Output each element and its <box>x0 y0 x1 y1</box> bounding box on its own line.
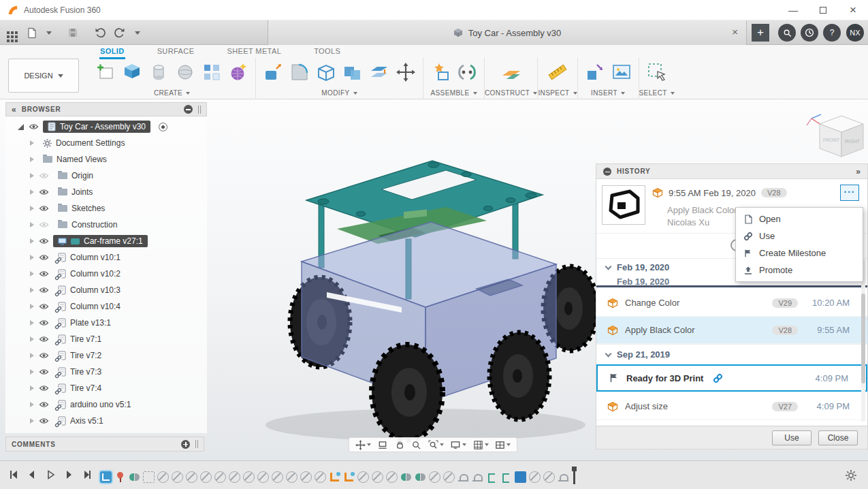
history-collapse-icon[interactable]: » <box>856 167 861 176</box>
timeline-feature-icon[interactable] <box>214 471 226 483</box>
visibility-eye-icon[interactable] <box>38 336 49 343</box>
browser-item[interactable]: Tire v7:2 <box>5 347 207 364</box>
visibility-eye-icon[interactable] <box>38 319 49 326</box>
joint-icon[interactable] <box>457 62 477 82</box>
create-sketch-icon[interactable] <box>95 62 116 82</box>
section-header-sep[interactable]: Sep 21, 2019 <box>596 344 867 364</box>
expand-arrow-icon[interactable] <box>30 222 34 227</box>
timeline-feature-icon[interactable] <box>114 471 126 483</box>
cylinder-icon[interactable] <box>148 62 169 82</box>
box-icon[interactable] <box>122 62 142 82</box>
menu-item-promote[interactable]: Promote <box>736 262 863 279</box>
version-row-highlighted[interactable]: Apply Black Color V28 9:55 AM <box>596 317 867 344</box>
activate-component-radio[interactable] <box>159 123 167 131</box>
expand-arrow-icon[interactable] <box>30 189 34 195</box>
3d-model-toy-car[interactable] <box>242 127 630 443</box>
visibility-eye-icon[interactable] <box>38 172 49 179</box>
browser-item[interactable]: Named Views <box>5 151 207 168</box>
visibility-eye-icon[interactable] <box>38 401 49 408</box>
expand-arrow-icon[interactable] <box>18 124 24 130</box>
menu-item-open[interactable]: Open <box>736 210 863 227</box>
press-pull-icon[interactable] <box>263 62 283 82</box>
timeline-feature-icon[interactable] <box>329 471 340 483</box>
browser-item[interactable]: Origin <box>5 168 207 184</box>
expand-arrow-icon[interactable] <box>30 402 34 407</box>
timeline-settings-gear-icon[interactable] <box>845 469 857 482</box>
group-inspect-dropdown[interactable]: INSPECT <box>538 87 577 97</box>
timeline-feature-icon[interactable] <box>229 471 240 483</box>
timeline-feature-icon[interactable] <box>500 471 512 483</box>
view-cube[interactable]: FRONT RIGHT <box>803 108 866 163</box>
visibility-eye-icon[interactable] <box>38 254 49 261</box>
visibility-eye-icon[interactable] <box>38 385 49 392</box>
minimize-button[interactable]: — <box>778 0 808 20</box>
visibility-eye-icon[interactable] <box>38 303 49 310</box>
browser-item[interactable]: Axis v5:1 <box>5 413 207 429</box>
timeline-feature-icon[interactable] <box>529 471 541 483</box>
menu-item-use[interactable]: Use <box>736 227 863 245</box>
timeline-feature-icon[interactable] <box>543 471 555 483</box>
expand-arrow-icon[interactable] <box>30 140 34 146</box>
job-status-clock-icon[interactable] <box>801 24 818 42</box>
measure-icon[interactable] <box>547 62 568 82</box>
construct-plane-icon[interactable] <box>501 62 521 82</box>
use-button[interactable]: Use <box>772 430 811 445</box>
timeline-feature-icon[interactable] <box>200 471 212 483</box>
timeline-feature-icon[interactable] <box>186 471 197 483</box>
visibility-eye-icon[interactable] <box>38 221 49 228</box>
wheel-front-left[interactable] <box>372 345 443 440</box>
browser-item[interactable]: arduino uno v5:1 <box>5 396 207 413</box>
browser-item[interactable]: Tire v7:3 <box>5 364 207 380</box>
step-forward-button[interactable] <box>63 469 74 480</box>
workspace-selector[interactable]: DESIGN <box>8 59 79 93</box>
help-icon[interactable]: ? <box>823 24 841 42</box>
expand-arrow-icon[interactable] <box>30 353 34 358</box>
undo-icon[interactable] <box>94 27 106 38</box>
go-to-end-button[interactable] <box>82 469 93 480</box>
panel-grip[interactable] <box>195 440 198 448</box>
group-insert-dropdown[interactable]: INSERT <box>578 87 639 97</box>
sphere-icon[interactable] <box>175 62 195 82</box>
browser-item[interactable]: Sketches <box>5 200 207 217</box>
timeline-feature-icon[interactable] <box>243 471 255 483</box>
visibility-eye-icon[interactable] <box>38 238 49 245</box>
visibility-eye-icon[interactable] <box>28 123 39 130</box>
move-icon[interactable] <box>396 62 416 82</box>
visibility-eye-icon[interactable] <box>38 368 49 375</box>
redo-caret-icon[interactable] <box>135 31 140 35</box>
go-to-start-button[interactable] <box>8 469 19 480</box>
search-icon[interactable] <box>778 24 796 42</box>
redo-icon[interactable] <box>114 27 126 38</box>
pattern-icon[interactable] <box>202 62 222 82</box>
more-options-button[interactable]: ··· <box>840 185 859 201</box>
milestone-row-selected[interactable]: Ready for 3D Print 4:09 PM <box>596 364 867 392</box>
panel-grip[interactable] <box>198 106 201 114</box>
browser-item[interactable]: Joints <box>5 184 207 200</box>
timeline-feature-icon[interactable] <box>286 471 298 483</box>
expand-arrow-icon[interactable] <box>30 304 34 309</box>
expand-arrow-icon[interactable] <box>30 320 34 326</box>
timeline-feature-icon[interactable] <box>100 471 112 483</box>
file-menu-icon[interactable] <box>27 27 37 39</box>
visibility-eye-icon[interactable] <box>38 352 49 359</box>
expand-arrow-icon[interactable] <box>30 418 34 424</box>
browser-item[interactable]: Construction <box>5 217 207 233</box>
browser-item[interactable]: Plate v13:1 <box>5 315 207 331</box>
timeline-feature-icon[interactable] <box>129 471 140 483</box>
group-assemble-dropdown[interactable]: ASSEMBLE <box>423 87 484 97</box>
visibility-eye-icon[interactable] <box>38 270 49 277</box>
document-tab[interactable]: Toy Car - Assembly v30 × <box>268 20 747 45</box>
viewports-tool[interactable] <box>495 440 511 450</box>
version-row[interactable]: Change Color V29 10:20 AM <box>596 289 867 317</box>
timeline-feature-icon[interactable] <box>472 471 483 483</box>
close-button[interactable]: × <box>838 0 868 20</box>
timeline-feature-icon[interactable] <box>372 471 383 483</box>
timeline-feature-icon[interactable] <box>515 471 526 483</box>
expand-arrow-icon[interactable] <box>30 336 34 342</box>
browser-minimize-icon[interactable] <box>184 105 193 114</box>
expand-arrow-icon[interactable] <box>30 238 34 244</box>
visibility-eye-icon[interactable] <box>38 205 49 212</box>
browser-header[interactable]: « BROWSER <box>5 102 207 116</box>
insert-derive-icon[interactable] <box>585 62 605 82</box>
expand-arrow-icon[interactable] <box>30 173 34 178</box>
